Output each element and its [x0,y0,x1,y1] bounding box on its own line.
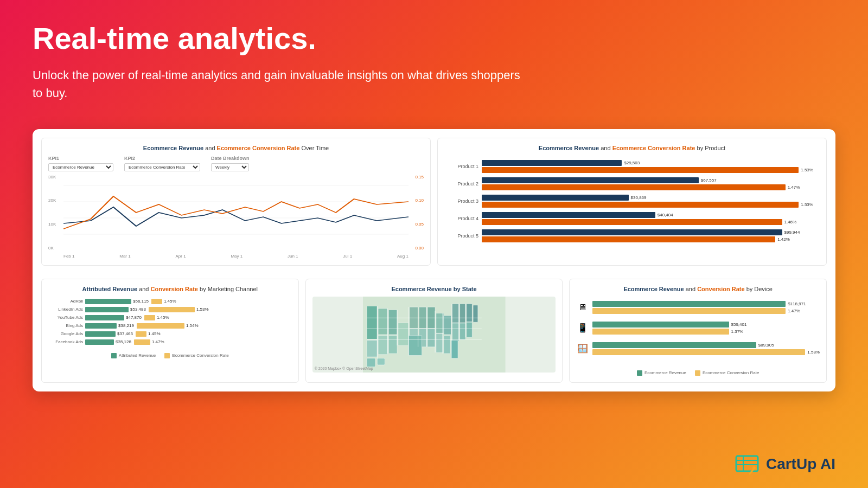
x-label-feb: Feb 1 [63,254,74,259]
device-bar-row: 📱 $59,401 1.37% [576,322,820,335]
marketing-bar-row: LinkedIn Ads $53,483 1.53% [48,307,292,312]
product-conv-val: 1.53% [801,202,813,207]
device-legend-1-label: Ecommerce Revenue [644,370,686,375]
svg-rect-17 [427,329,435,346]
svg-rect-14 [419,307,426,328]
line-chart-panel: Ecommerce Revenue and Ecommerce Conversi… [41,138,431,266]
marketing-chart-panel: Attributed Revenue and Conversion Rate b… [41,279,299,383]
product-rev-val: $40,404 [658,213,673,217]
marketing-rev-val: $38,219 [118,323,134,328]
svg-rect-21 [443,335,450,353]
x-label-mar: Mar 1 [119,254,130,259]
marketing-conv-val: 1.53% [196,307,209,312]
marketing-channel-label: AdRoll [48,299,83,304]
marketing-rev-val: $53,483 [130,307,146,312]
dashboard-card: Ecommerce Revenue and Ecommerce Conversi… [33,129,835,391]
x-label-aug: Aug 1 [397,254,409,259]
svg-rect-8 [378,335,388,354]
line-title-orange: Ecommerce Conversion Rate [217,145,300,151]
page-title: Real-time analytics. [33,22,835,55]
device-rev-val: $59,401 [731,322,747,327]
y-left-10: 10K [48,222,56,227]
marketing-rev-val: $37,463 [117,331,133,336]
device-rev-val: $89,905 [758,343,774,348]
kpi1-select[interactable]: Ecommerce Revenue [48,163,113,171]
product-conv-bar [482,184,786,190]
page-subtitle: Unlock the power of real-time analytics … [33,66,521,102]
svg-rect-23 [452,323,458,341]
product-rev-bar [482,212,655,218]
x-label-jul: Jul 1 [343,254,352,259]
product-title-b2: Ecommerce Conversion Rate [612,145,695,151]
marketing-channel-label: Bing Ads [48,323,83,328]
marketing-title-and: and [139,286,150,292]
svg-rect-22 [452,304,458,323]
product-conv-val: 1.47% [788,185,800,190]
device-legend-2: Ecommerce Conversion Rate [695,370,759,376]
product-label: Product 5 [449,233,478,239]
marketing-legend-1: Attributed Revenue [111,353,156,358]
marketing-bar-row: Facebook Ads $35,128 1.47% [48,339,292,345]
device-rev-val: $118,971 [788,301,806,306]
marketing-conv-bar [151,299,162,304]
logo-text: CartUp AI [766,455,835,473]
svg-rect-31 [377,358,385,364]
date-select[interactable]: Weekly [211,163,249,171]
svg-point-51 [752,466,756,470]
device-conv-bar [592,329,729,335]
marketing-conv-bar [144,315,155,320]
device-legend-1: Ecommerce Revenue [637,370,686,376]
product-rev-val: $99,944 [784,230,800,235]
svg-rect-25 [459,323,465,340]
product-label: Product 3 [449,198,478,204]
y-right-005: 0.05 [415,222,424,227]
marketing-chart-title: Attributed Revenue and Conversion Rate b… [48,286,292,292]
product-bar-row: Product 1 $29,503 1.53% [449,160,815,173]
device-icon: 📱 [576,323,589,333]
marketing-title-b1: Attributed Revenue [82,286,137,292]
marketing-legend-2: Ecommerce Conversion Rate [164,353,228,358]
kpi2-label: KPI2 [124,156,200,161]
device-rev-bar [592,301,786,307]
x-label-jun: Jun 1 [288,254,298,259]
marketing-conv-val: 1.45% [148,331,161,336]
marketing-rev-bar [85,339,114,345]
product-bar-row: Product 2 $67,557 1.47% [449,177,815,190]
kpi2-select[interactable]: Ecommerce Conversion Rate [124,163,200,171]
device-chart-panel: Ecommerce Revenue and Conversion Rate by… [569,279,827,383]
device-icon: 🖥 [576,303,589,312]
svg-rect-7 [378,308,388,334]
device-conv-val: 1.47% [788,309,800,313]
product-conv-val: 1.53% [801,168,813,172]
product-conv-bar [482,219,782,225]
svg-rect-27 [466,322,472,337]
map-credit: © 2020 Mapbox © OpenStreetMap [315,367,373,370]
marketing-conv-val: 1.45% [157,315,169,320]
product-label: Product 1 [449,164,478,169]
svg-rect-10 [388,335,397,353]
device-rev-bar [592,342,756,348]
device-title-b1: Ecommerce Revenue [623,286,684,292]
y-left-30: 30K [48,175,56,179]
marketing-bar-row: Bing Ads $38,219 1.54% [48,323,292,329]
product-bar-row: Product 3 $30,869 1.53% [449,195,815,208]
logo-icon [733,453,761,475]
marketing-conv-val: 1.54% [186,323,199,328]
product-conv-val: 1.42% [777,237,790,242]
line-title-suffix: Over Time [301,145,329,151]
map-title-text: Ecommerce Revenue by State [391,286,476,292]
product-rev-bar [482,177,699,183]
marketing-legend-1-label: Attributed Revenue [119,353,156,358]
device-icon: 🪟 [576,343,589,354]
product-label: Product 2 [449,181,478,187]
device-conv-val: 1.37% [731,329,744,334]
product-bar-row: Product 4 $40,404 1.46% [449,212,815,225]
marketing-title-suffix: by Marketing Channel [200,286,258,292]
product-rev-bar [482,160,622,166]
y-left-20: 20K [48,198,56,203]
product-conv-val: 1.46% [784,220,797,224]
marketing-legend-2-label: Ecommerce Conversion Rate [172,353,228,358]
svg-rect-6 [367,340,377,357]
marketing-rev-bar [85,307,129,312]
marketing-bar-row: AdRoll $56,115 1.45% [48,299,292,304]
